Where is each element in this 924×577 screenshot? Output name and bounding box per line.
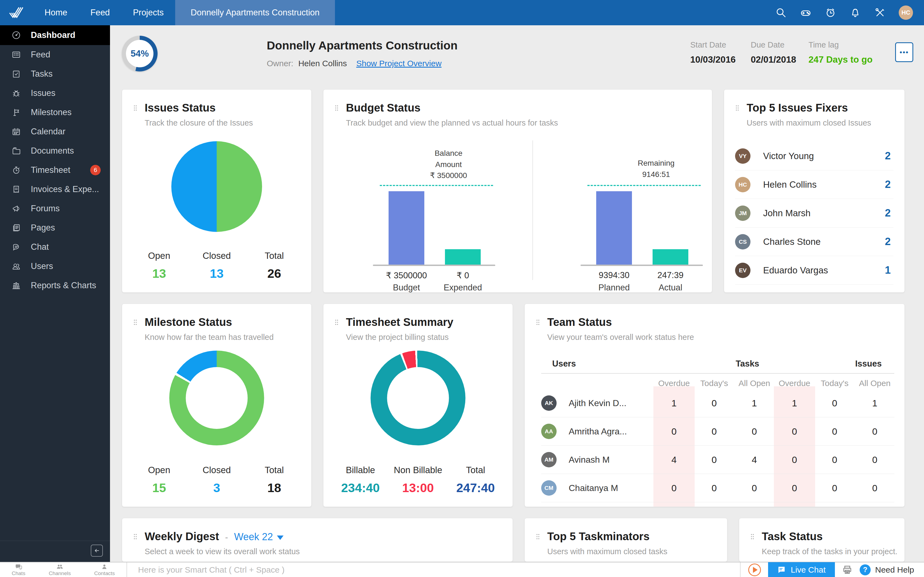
channels-tab[interactable]: Channels xyxy=(48,563,71,577)
tools-icon[interactable] xyxy=(874,6,886,19)
show-project-overview-link[interactable]: Show Project Overview xyxy=(356,59,441,68)
play-button[interactable] xyxy=(748,564,761,576)
live-chat-button[interactable]: Live Chat xyxy=(768,562,835,577)
budget-chart-divider xyxy=(532,140,533,280)
sidebar-item-reports[interactable]: Reports & Charts xyxy=(0,276,110,295)
sidebar-collapse-button[interactable] xyxy=(91,545,103,557)
owner-name: Helen Collins xyxy=(298,59,347,68)
contacts-label: Contacts xyxy=(94,571,115,577)
nav-tab-projects[interactable]: Projects xyxy=(121,0,175,25)
nav-tab-home[interactable]: Home xyxy=(33,0,79,25)
zoho-projects-logo[interactable] xyxy=(0,0,33,25)
avatar: CS xyxy=(735,234,751,250)
cell: 0 xyxy=(814,455,855,465)
sidebar-item-calendar[interactable]: Calendar xyxy=(0,122,110,141)
list-item[interactable]: VY Victor Young 2 xyxy=(735,142,893,170)
sidebar-item-invoices[interactable]: Invoices & Expe... xyxy=(0,180,110,199)
sidebar-item-tasks[interactable]: Tasks xyxy=(0,64,110,84)
fixer-count: 2 xyxy=(885,207,893,219)
cell: 1 xyxy=(654,398,694,409)
planned-bar[interactable] xyxy=(596,191,632,264)
table-row[interactable]: AK Ajith Kevin D... 1 0 1 1 0 1 xyxy=(541,389,894,417)
legend-label: Total xyxy=(246,251,303,261)
table-row[interactable]: AM Avinash M 4 0 4 0 0 0 xyxy=(541,446,894,474)
expended-bar[interactable] xyxy=(445,249,481,264)
bottom-bar: Chats Channels Contacts Live Chat ? xyxy=(0,562,924,577)
drag-handle-icon[interactable] xyxy=(133,319,137,325)
subheader-tasks-overdue: Overdue xyxy=(654,379,694,388)
nav-tab-active-project[interactable]: Donnelly Apartments Construction xyxy=(175,0,335,25)
balance-annotation: Balance Amount ₹ 3500000 xyxy=(407,148,490,181)
alarm-clock-icon[interactable] xyxy=(824,6,837,19)
drag-handle-icon[interactable] xyxy=(735,105,740,111)
col-tasks: Tasks xyxy=(698,359,797,369)
drag-handle-icon[interactable] xyxy=(133,533,137,540)
drag-handle-icon[interactable] xyxy=(750,533,754,540)
sidebar-item-issues[interactable]: Issues xyxy=(0,84,110,103)
live-chat-icon xyxy=(777,566,786,574)
chats-tab[interactable]: Chats xyxy=(12,563,26,577)
task-status-card: Task Status Keep track of the tasks in y… xyxy=(739,518,905,562)
budget-value: ₹ 3500000 xyxy=(382,270,431,280)
more-options-button[interactable]: ••• xyxy=(895,42,913,62)
tasks-icon xyxy=(11,69,21,79)
folder-icon xyxy=(11,146,21,156)
list-item[interactable]: HC Helen Collins 2 xyxy=(735,170,893,199)
smart-chat-input[interactable] xyxy=(127,562,740,577)
print-button[interactable] xyxy=(835,565,859,575)
users-icon xyxy=(11,261,21,271)
milestone-donut-chart[interactable] xyxy=(170,351,264,445)
sidebar-item-pages[interactable]: Pages xyxy=(0,218,110,237)
card-subtitle: Select a week to view its overall work s… xyxy=(145,547,300,556)
sidebar-item-label: Feed xyxy=(31,50,50,60)
legend-value: 13 xyxy=(188,266,245,281)
list-item[interactable]: JM John Marsh 2 xyxy=(735,199,893,227)
timesheet-donut-chart[interactable] xyxy=(371,351,465,445)
drag-handle-icon[interactable] xyxy=(334,319,339,325)
drag-handle-icon[interactable] xyxy=(133,105,137,111)
sidebar-item-documents[interactable]: Documents xyxy=(0,141,110,160)
sidebar-item-feed[interactable]: Feed xyxy=(0,45,110,64)
planned-label: Planned xyxy=(589,283,639,293)
sidebar-item-chat[interactable]: Chat xyxy=(0,237,110,256)
bell-icon[interactable] xyxy=(849,6,861,19)
card-title: Top 5 Issues Fixers xyxy=(746,102,871,114)
dashboard-icon xyxy=(11,31,21,40)
drag-handle-icon[interactable] xyxy=(536,319,540,325)
sidebar-item-timesheet[interactable]: Timesheet 6 xyxy=(0,160,110,180)
drag-handle-icon[interactable] xyxy=(334,105,339,111)
contacts-tab[interactable]: Contacts xyxy=(94,563,115,577)
table-row[interactable]: CM Chaitanya M 0 0 0 0 0 0 xyxy=(541,474,894,502)
sidebar-item-forums[interactable]: Forums xyxy=(0,199,110,218)
sidebar-item-users[interactable]: Users xyxy=(0,256,110,276)
table-row[interactable]: AA Amritha Agra... 0 0 0 0 0 0 xyxy=(541,417,894,446)
legend-label: Total xyxy=(447,465,504,475)
list-item[interactable]: CS Charles Stone 2 xyxy=(735,227,893,256)
budget-bar[interactable] xyxy=(389,191,424,264)
card-subtitle: Keep track of the tasks in your project. xyxy=(762,547,897,556)
list-item[interactable]: EV Eduardo Vargas 1 xyxy=(735,256,893,285)
week-selector[interactable]: Week 22 xyxy=(234,531,283,543)
legend-label: Non Billable xyxy=(389,465,447,475)
issues-pie-chart[interactable] xyxy=(171,141,262,232)
user-avatar[interactable]: HC xyxy=(899,5,913,20)
col-issues: Issues xyxy=(819,359,905,369)
search-icon[interactable] xyxy=(775,6,787,19)
sidebar-item-milestones[interactable]: Milestones xyxy=(0,103,110,122)
channels-icon xyxy=(57,563,63,570)
team-status-card: Team Status View your team's overall wor… xyxy=(524,304,905,507)
fixer-name: John Marsh xyxy=(763,208,811,218)
cell: 4 xyxy=(654,455,694,465)
actual-bar[interactable] xyxy=(653,249,688,264)
cell: 0 xyxy=(774,483,814,493)
live-chat-label: Live Chat xyxy=(791,565,825,575)
sidebar-item-dashboard[interactable]: Dashboard xyxy=(0,25,110,45)
team-member-name: Ajith Kevin D... xyxy=(569,398,627,408)
drag-handle-icon[interactable] xyxy=(536,533,540,540)
cell: 0 xyxy=(654,426,694,437)
need-help-button[interactable]: ? Need Help xyxy=(859,564,924,575)
nav-tab-feed[interactable]: Feed xyxy=(79,0,121,25)
gamepad-icon[interactable] xyxy=(800,6,812,19)
card-subtitle: Track the closure of the Issues xyxy=(145,118,253,127)
sidebar-item-label: Forums xyxy=(31,204,60,213)
